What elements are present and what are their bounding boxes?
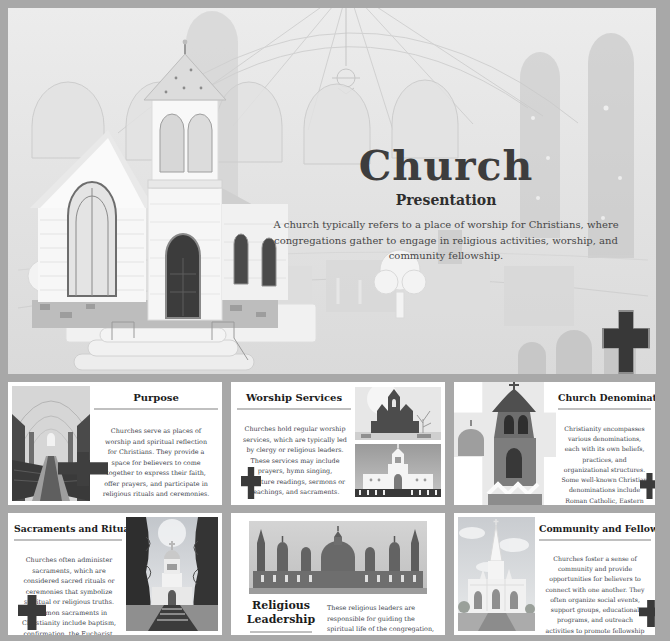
title-divider bbox=[14, 539, 122, 541]
hero-slide[interactable]: Church Presentation A church typically r… bbox=[8, 8, 656, 374]
slide-body: Churches foster a sense of community and… bbox=[543, 554, 647, 635]
bell-tower-cross-photo bbox=[454, 382, 556, 505]
title-divider bbox=[237, 408, 351, 410]
hero-description: A church typically refers to a place of … bbox=[246, 217, 646, 264]
slide-title: Religious Leadership bbox=[241, 597, 321, 631]
slide-thumbnail-purpose[interactable]: Purpose Churches serve as places of wors… bbox=[8, 382, 222, 505]
white-church-photo bbox=[355, 444, 441, 497]
slide-body: Churches hold regular worship services, … bbox=[243, 424, 347, 498]
basilica-photo bbox=[249, 521, 427, 594]
slide-title: Worship Services bbox=[237, 382, 351, 408]
gothic-church-photo bbox=[355, 387, 441, 440]
church-tower-photo bbox=[126, 517, 218, 631]
white-gothic-church-photo bbox=[458, 517, 535, 631]
title-divider bbox=[558, 408, 651, 410]
title-divider bbox=[94, 408, 218, 410]
hero-title: Church bbox=[236, 144, 656, 189]
presentation-template-preview: Church Presentation A church typically r… bbox=[0, 0, 670, 641]
hero-subtitle: Presentation bbox=[236, 192, 656, 208]
slide-title: Church Denominations bbox=[558, 382, 651, 408]
slide-title: Community and Fellowship bbox=[539, 513, 651, 539]
slide-thumbnail-church-denominations[interactable]: Church Denominations Christianity encomp… bbox=[454, 382, 655, 505]
slide-title: Purpose bbox=[94, 382, 218, 408]
slide-thumbnail-religious-leadership[interactable]: Religious Leadership These religious lea… bbox=[231, 513, 445, 635]
slide-thumbnail-sacraments-rituals[interactable]: Sacraments and Rituals Churches often ad… bbox=[8, 513, 222, 635]
slide-body: These religious leaders are responsible … bbox=[327, 603, 439, 635]
slide-thumbnail-community-fellowship[interactable]: Community and Fellowship Churches foster… bbox=[454, 513, 655, 635]
title-divider bbox=[539, 539, 651, 541]
slide-body: Christianity encompasses various denomin… bbox=[560, 424, 649, 505]
slide-body: Churches serve as places of worship and … bbox=[100, 426, 212, 500]
title-divider bbox=[250, 631, 312, 633]
slide-title: Sacraments and Rituals bbox=[14, 513, 122, 539]
hero-text-block: Church Presentation A church typically r… bbox=[236, 144, 656, 264]
slide-thumbnail-worship-services[interactable]: Worship Services Churches hold regular w… bbox=[231, 382, 445, 505]
